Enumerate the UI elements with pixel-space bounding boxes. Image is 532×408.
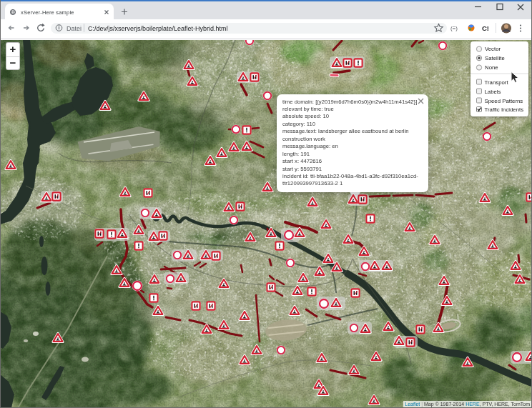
svg-text:Vector: Vector [485, 46, 501, 52]
svg-text:Labels: Labels [485, 89, 501, 95]
svg-text:Transport: Transport [485, 79, 509, 86]
svg-text:Speed Patterns: Speed Patterns [485, 98, 523, 104]
svg-text:Satellite: Satellite [485, 55, 505, 61]
svg-text:None: None [485, 64, 498, 71]
svg-text:Traffic Incidents: Traffic Incidents [485, 106, 524, 113]
